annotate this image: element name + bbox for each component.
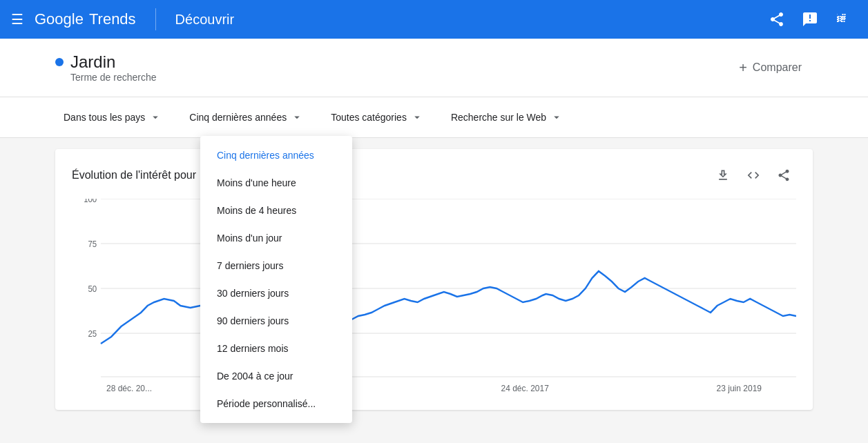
dropdown-item-2[interactable]: Moins de 4 heures [200,197,352,224]
dropdown-item-1[interactable]: Moins d'une heure [200,169,352,197]
dropdown-item-5[interactable]: 30 derniers jours [200,279,352,307]
time-period-dropdown-menu: Cinq dernières années Moins d'une heure … [200,136,352,423]
dropdown-item-7[interactable]: 12 derniers mois [200,335,352,362]
dropdown-item-9[interactable]: Période personnalisé... [200,390,352,417]
dropdown-overlay[interactable] [0,0,868,443]
dropdown-item-6[interactable]: 90 derniers jours [200,307,352,335]
dropdown-item-8[interactable]: De 2004 à ce jour [200,362,352,390]
dropdown-item-4[interactable]: 7 derniers jours [200,252,352,279]
dropdown-item-3[interactable]: Moins d'un jour [200,224,352,252]
dropdown-item-0[interactable]: Cinq dernières années [200,141,352,169]
